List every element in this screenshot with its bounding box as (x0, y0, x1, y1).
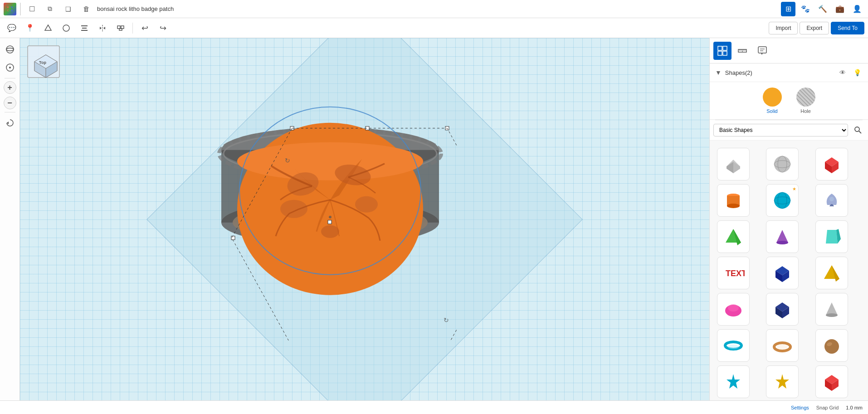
svg-rect-10 (119, 29, 122, 30)
project-title: bonsai rock litho badge patch (97, 5, 435, 12)
main-area: + − (0, 38, 868, 400)
svg-point-76 (774, 192, 790, 209)
svg-point-93 (728, 304, 739, 312)
shape-star-yellow[interactable] (766, 365, 799, 398)
model-svg: ↻ ↻ ↻ (203, 86, 457, 340)
shape-pyramid-yellow[interactable] (815, 257, 848, 289)
svg-point-1 (63, 25, 69, 31)
shape-box[interactable] (717, 148, 750, 180)
right-panel-chat-btn[interactable] (753, 42, 771, 60)
zoom-in-btn[interactable]: + (4, 81, 16, 94)
svg-rect-9 (121, 26, 124, 29)
group-tool-btn[interactable] (112, 20, 129, 36)
svg-marker-6 (100, 27, 102, 29)
shapes-panel-title: Shapes(2) (725, 69, 834, 76)
svg-text:↻: ↻ (444, 316, 449, 323)
shape-grid: ★ (713, 144, 864, 400)
svg-rect-58 (758, 47, 766, 53)
svg-point-28 (321, 225, 339, 238)
right-panel: ▼ Shapes(2) 👁 💡 Solid Hole Basic Shapes … (709, 38, 868, 400)
svg-point-62 (855, 127, 859, 132)
shapes-library: ★ (710, 141, 868, 400)
svg-marker-82 (776, 230, 788, 243)
shape-tool-btn[interactable] (40, 20, 56, 36)
sidebar-separator-2 (5, 112, 15, 112)
svg-point-11 (6, 46, 14, 53)
shape-torus-brown[interactable] (766, 329, 799, 362)
undo-btn[interactable]: ↩ (137, 20, 153, 36)
rotate-btn[interactable] (2, 115, 18, 131)
align-tool-btn[interactable] (76, 20, 93, 36)
import-btn[interactable]: Import (769, 22, 798, 34)
hammer-icon-btn[interactable]: 🔨 (815, 2, 830, 16)
delete-button[interactable]: 🗑 (79, 2, 93, 16)
right-panel-ruler-btn[interactable] (733, 42, 751, 60)
left-sidebar: + − (0, 38, 20, 400)
svg-rect-48 (718, 46, 722, 50)
right-panel-icons (710, 38, 868, 63)
briefcase-icon-btn[interactable]: 💼 (833, 2, 847, 16)
shape-cone-gray[interactable] (815, 293, 848, 326)
shape-sphere-teal[interactable]: ★ (766, 184, 799, 217)
topbar: KEN CAD ☐ ⧉ ❑ 🗑 bonsai rock litho badge … (0, 0, 868, 18)
shape-ellipsoid-pink[interactable] (717, 293, 750, 326)
shapes-hide-btn[interactable]: 👁 (837, 67, 848, 78)
redo-btn[interactable]: ↪ (155, 20, 171, 36)
svg-marker-97 (826, 302, 838, 315)
new-window-button[interactable]: ⧉ (43, 2, 57, 16)
right-panel-grid-btn[interactable] (713, 42, 731, 60)
pin-tool-btn[interactable]: 📍 (22, 20, 38, 36)
orientation-cube[interactable]: Top (25, 44, 62, 80)
user-icon-btn[interactable]: 👤 (850, 2, 864, 16)
send-to-btn[interactable]: Send To (831, 22, 864, 34)
shape-sphere-brown[interactable] (815, 329, 848, 362)
mirror-tool-btn[interactable] (94, 20, 111, 36)
shape-text[interactable]: TEXT (717, 257, 750, 289)
shapes-panel-header: ▼ Shapes(2) 👁 💡 (710, 63, 868, 82)
duplicate-button[interactable]: ❑ (61, 2, 75, 16)
export-btn[interactable]: Export (800, 22, 829, 34)
shape-prism-teal[interactable] (815, 220, 848, 253)
svg-point-79 (829, 197, 834, 201)
svg-marker-105 (727, 374, 740, 389)
shape-category-select[interactable]: Basic Shapes Featured Text Connectors (713, 124, 848, 136)
shape-star-teal[interactable] (717, 365, 750, 398)
svg-rect-50 (718, 51, 722, 55)
shapes-light-btn[interactable]: 💡 (852, 67, 863, 78)
shape-special[interactable] (815, 184, 848, 217)
comment-tool-btn[interactable]: 💬 (4, 20, 20, 36)
solid-hole-selector: Solid Hole (710, 82, 868, 120)
solid-type-selector[interactable]: Solid (763, 88, 782, 114)
new-button[interactable]: ☐ (24, 2, 39, 16)
collapse-shapes-btn[interactable]: ▼ (715, 69, 722, 76)
shape-search-btn[interactable] (852, 124, 864, 136)
svg-rect-2 (81, 25, 88, 26)
shape-cylinder[interactable] (717, 184, 750, 217)
snap-grid-value[interactable]: 1.0 mm (846, 405, 863, 410)
shape-box-navy[interactable] (766, 257, 799, 289)
solid-label: Solid (766, 108, 777, 114)
svg-rect-8 (117, 26, 120, 29)
grid-icon-btn[interactable]: ⊞ (781, 2, 795, 16)
hole-type-selector[interactable]: Hole (796, 88, 815, 114)
svg-text:TEXT: TEXT (726, 269, 745, 278)
shape-torus-teal[interactable] (717, 329, 750, 362)
shape-box-red2[interactable] (815, 365, 848, 398)
circle-tool-btn[interactable] (58, 20, 74, 36)
svg-point-26 (280, 200, 307, 218)
svg-rect-49 (723, 46, 727, 50)
svg-line-63 (859, 131, 861, 133)
settings-label[interactable]: Settings (791, 405, 809, 410)
star-badge: ★ (792, 186, 796, 191)
canvas-area[interactable]: ↻ ↻ ↻ Top (20, 38, 709, 400)
shape-cube-red[interactable] (815, 148, 848, 180)
3d-model[interactable]: ↻ ↻ ↻ (203, 86, 457, 342)
orbit-btn[interactable] (2, 42, 18, 57)
shape-box-darkblue[interactable] (766, 293, 799, 326)
shape-cone-purple[interactable] (766, 220, 799, 253)
zoom-out-btn[interactable]: − (4, 97, 16, 109)
shape-sphere-gray[interactable] (766, 148, 799, 180)
shape-pyramid-green[interactable] (717, 220, 750, 253)
pan-btn[interactable] (2, 60, 18, 75)
paw-icon-btn[interactable]: 🐾 (798, 2, 813, 16)
